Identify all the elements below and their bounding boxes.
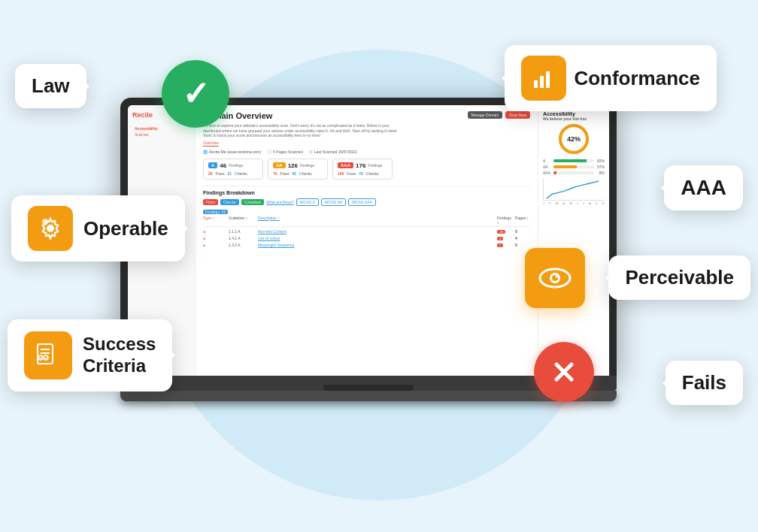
manage-domain-button[interactable]: Manage Domain <box>468 111 503 119</box>
filter-checks[interactable]: Checks <box>220 199 239 205</box>
conformance-label: Conformance <box>574 67 700 90</box>
fails-label: Fails <box>682 371 726 394</box>
law-card: Law <box>15 64 86 108</box>
findings-breakdown: Findings Breakdown Fixes Checks Complian… <box>203 186 530 249</box>
screen-main: Domain Overview Manage Domain Scan Now I… <box>196 105 538 376</box>
scan-info: 🌐 Recite Me (www.reciteme.com) 📄 5 Pages… <box>203 150 530 154</box>
score-circle: 42% <box>559 124 589 154</box>
mini-chart <box>543 178 605 201</box>
table-row: ● 1.1.1 A Non-text Content 1A 5 <box>203 228 530 235</box>
sidebar-item-scanner[interactable]: Accessibility Scanner <box>132 125 190 138</box>
success-criteria-card: Success Criteria <box>8 319 172 391</box>
green-check-icon: ✓ <box>162 60 229 128</box>
svg-rect-0 <box>534 80 538 88</box>
svg-rect-1 <box>540 76 544 88</box>
filter-compliant[interactable]: Compliant <box>241 199 265 205</box>
chart-labels: JFMAMJJASO <box>543 201 605 205</box>
aaa-label: AAA <box>681 176 726 200</box>
what-are-these-link[interactable]: What are these? <box>266 200 294 204</box>
table-row: ● 1.4.1 A Use of colour 4 4 <box>203 235 530 242</box>
operable-gear-icon <box>28 206 73 251</box>
tab-overview[interactable]: Overview <box>203 141 219 147</box>
last-scanned: ⏱ Last Scanned 10/07/2022 <box>309 150 357 154</box>
svg-point-12 <box>38 355 43 360</box>
scan-now-button[interactable]: Scan Now <box>505 111 530 119</box>
success-criteria-text: Success Criteria <box>83 334 156 377</box>
filter-wcag-aaa[interactable]: WCAG AAA <box>348 198 376 206</box>
operable-card: Operable <box>11 195 185 261</box>
svg-point-8 <box>556 276 558 278</box>
success-criteria-icon <box>24 331 72 379</box>
score-bars: A 82% AA 57% AAA 8% <box>543 159 605 175</box>
findings-grid: A 46 Findings 25Fixes 21Checks AA <box>203 159 530 180</box>
fails-card: Fails <box>666 361 743 405</box>
scan-pages: 📄 5 Pages Scanned <box>267 150 302 154</box>
svg-point-3 <box>47 225 54 232</box>
filter-fixes[interactable]: Fixes <box>203 199 218 205</box>
law-label: Law <box>32 74 70 98</box>
operable-label: Operable <box>83 217 168 240</box>
breakdown-filters: Fixes Checks Compliant What are these? W… <box>203 198 530 206</box>
findings-tag: Findings: All <box>203 210 228 214</box>
overview-tabs: Overview <box>203 141 530 147</box>
screen-right-panel: Accessibility We believe your site has 4… <box>538 105 609 376</box>
laptop-screen: Recite Accessibility Scanner Domain Over… <box>128 105 609 376</box>
svg-line-14 <box>41 357 42 359</box>
filter-wcag-a[interactable]: WCAG A <box>296 198 319 206</box>
finding-card-aa: AA 126 Findings 74Fixes 52Checks <box>268 159 328 180</box>
scan-url: 🌐 Recite Me (www.reciteme.com) <box>203 150 261 154</box>
conformance-chart-icon <box>521 56 566 101</box>
screen-header: Domain Overview Manage Domain Scan Now <box>203 111 530 120</box>
breakdown-title: Findings Breakdown <box>203 190 530 195</box>
filter-wcag-aa[interactable]: WCAG AA <box>321 198 346 206</box>
screen-description: It's time to explore your website's acce… <box>203 123 399 138</box>
conformance-card: Conformance <box>505 45 717 111</box>
header-buttons: Manage Domain Scan Now <box>468 111 530 119</box>
finding-card-a: A 46 Findings 25Fixes 21Checks <box>203 159 263 180</box>
finding-card-aaa: AAA 176 Findings 100Fixes 76Checks <box>332 159 393 180</box>
svg-line-17 <box>46 357 47 359</box>
red-x-icon <box>534 342 594 402</box>
svg-rect-2 <box>546 71 550 88</box>
perceivable-card: Perceivable <box>608 255 750 300</box>
table-header: Type ↕ Guideline ↕ Description ↕ Finding… <box>203 216 530 227</box>
aaa-card: AAA <box>664 165 743 210</box>
table-row: ● 1.3.2 A Meaningful Sequence 3 5 <box>203 242 530 249</box>
svg-point-4 <box>42 219 48 225</box>
accessibility-score-title: Accessibility We believe your site has <box>543 111 605 121</box>
eye-icon <box>525 248 585 308</box>
perceivable-label: Perceivable <box>625 266 734 289</box>
laptop-screen-outer: Recite Accessibility Scanner Domain Over… <box>120 98 617 376</box>
svg-point-15 <box>44 355 48 360</box>
